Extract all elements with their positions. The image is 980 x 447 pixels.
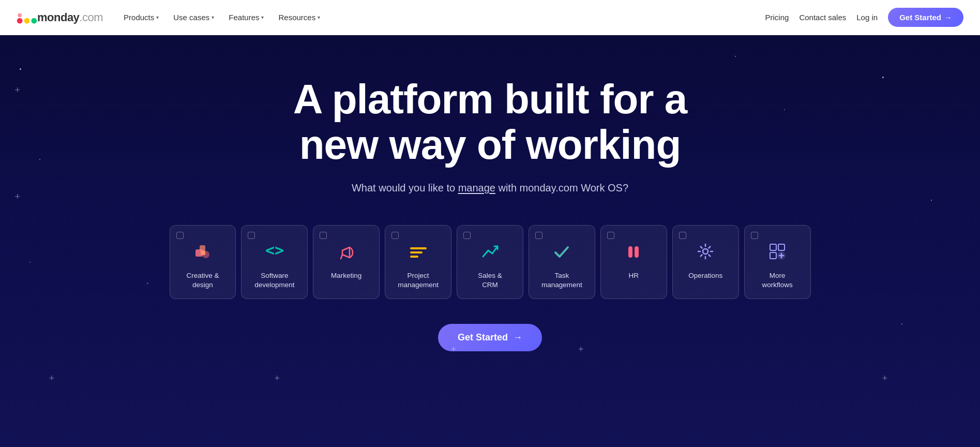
nav-resources[interactable]: Resources ▾ bbox=[272, 9, 326, 26]
hero-section: + + + + + + + A platform built for a new… bbox=[0, 35, 980, 447]
svg-rect-18 bbox=[770, 252, 776, 259]
hr-icon bbox=[621, 239, 646, 264]
nav-login[interactable]: Log in bbox=[856, 13, 878, 22]
nav-contact-sales[interactable]: Contact sales bbox=[799, 13, 846, 22]
nav-links: Products ▾ Use cases ▾ Features ▾ Resour… bbox=[117, 9, 326, 26]
more-workflows-icon bbox=[765, 239, 790, 264]
card-checkbox bbox=[607, 232, 614, 239]
hero-subtitle: What would you like to manage with monda… bbox=[352, 182, 628, 194]
plus-decoration: + bbox=[49, 373, 55, 384]
svg-point-2 bbox=[31, 18, 37, 23]
workflow-card-more-workflows[interactable]: Moreworkflows bbox=[744, 225, 811, 299]
navbar-right: Pricing Contact sales Log in Get Started… bbox=[765, 8, 963, 27]
software-dev-icon: <> bbox=[262, 239, 287, 264]
card-label-hr: HR bbox=[629, 271, 639, 280]
card-label-creative-design: Creative &design bbox=[186, 271, 219, 289]
card-checkbox bbox=[751, 232, 758, 239]
nav-use-cases[interactable]: Use cases ▾ bbox=[167, 9, 220, 26]
marketing-icon bbox=[334, 239, 359, 264]
svg-rect-7 bbox=[201, 250, 205, 255]
nav-pricing[interactable]: Pricing bbox=[765, 13, 789, 22]
workflow-card-operations[interactable]: Operations bbox=[672, 225, 739, 299]
card-label-task-mgmt: Taskmanagement bbox=[541, 271, 582, 289]
plus-decoration: + bbox=[14, 85, 20, 96]
workflow-card-project-mgmt[interactable]: Projectmanagement bbox=[385, 225, 451, 299]
chevron-down-icon: ▾ bbox=[261, 14, 264, 20]
svg-point-3 bbox=[18, 13, 22, 17]
logo[interactable]: monday.com bbox=[17, 10, 103, 25]
plus-decoration: + bbox=[275, 373, 280, 384]
chevron-down-icon: ▾ bbox=[156, 14, 159, 20]
card-checkbox bbox=[248, 232, 255, 239]
plus-decoration: + bbox=[578, 344, 584, 355]
plus-decoration: + bbox=[14, 191, 20, 202]
workflow-cards-container: Creative &design <> Softwaredevelopment bbox=[159, 225, 821, 299]
card-label-sales-crm: Sales &CRM bbox=[478, 271, 502, 289]
project-mgmt-icon bbox=[406, 239, 431, 264]
hero-cta: Get Started → bbox=[438, 324, 542, 351]
card-checkbox bbox=[535, 232, 542, 239]
arrow-icon: → bbox=[944, 13, 952, 22]
plus-decoration: + bbox=[882, 373, 888, 384]
card-label-software-dev: Softwaredevelopment bbox=[254, 271, 294, 289]
navbar-left: monday.com Products ▾ Use cases ▾ Featur… bbox=[17, 9, 326, 26]
card-label-marketing: Marketing bbox=[331, 271, 361, 280]
svg-rect-16 bbox=[770, 244, 776, 250]
svg-point-15 bbox=[703, 249, 708, 254]
arrow-icon: → bbox=[513, 332, 522, 343]
chevron-down-icon: ▾ bbox=[212, 14, 214, 20]
workflow-card-marketing[interactable]: Marketing bbox=[313, 225, 380, 299]
svg-point-1 bbox=[24, 18, 30, 23]
svg-rect-13 bbox=[628, 246, 632, 258]
task-mgmt-icon bbox=[549, 239, 574, 264]
creative-design-icon bbox=[190, 239, 215, 264]
svg-rect-17 bbox=[778, 244, 785, 250]
workflow-card-software-dev[interactable]: <> Softwaredevelopment bbox=[241, 225, 308, 299]
svg-point-0 bbox=[17, 18, 23, 23]
card-label-operations: Operations bbox=[688, 271, 722, 280]
card-label-project-mgmt: Projectmanagement bbox=[398, 271, 439, 289]
workflow-card-creative-design[interactable]: Creative &design bbox=[170, 225, 236, 299]
nav-products[interactable]: Products ▾ bbox=[117, 9, 165, 26]
card-checkbox bbox=[176, 232, 184, 239]
card-checkbox bbox=[391, 232, 399, 239]
card-label-more-workflows: Moreworkflows bbox=[762, 271, 792, 289]
hero-subtitle-underline: manage bbox=[458, 182, 495, 193]
workflow-card-hr[interactable]: HR bbox=[600, 225, 667, 299]
svg-line-9 bbox=[341, 255, 342, 259]
logo-icon bbox=[17, 10, 37, 25]
operations-icon bbox=[693, 239, 718, 264]
svg-rect-5 bbox=[200, 245, 205, 251]
sales-crm-icon bbox=[478, 239, 503, 264]
nav-features[interactable]: Features ▾ bbox=[222, 9, 270, 26]
svg-rect-14 bbox=[635, 246, 639, 258]
chevron-down-icon: ▾ bbox=[318, 14, 320, 20]
nav-get-started-button[interactable]: Get Started → bbox=[888, 8, 963, 27]
hero-title: A platform built for a new way of workin… bbox=[258, 77, 723, 168]
card-checkbox bbox=[463, 232, 471, 239]
svg-text:<>: <> bbox=[265, 241, 284, 259]
hero-get-started-button[interactable]: Get Started → bbox=[438, 324, 542, 351]
workflow-card-sales-crm[interactable]: Sales &CRM bbox=[457, 225, 523, 299]
card-checkbox bbox=[320, 232, 327, 239]
navbar: monday.com Products ▾ Use cases ▾ Featur… bbox=[0, 0, 980, 35]
card-checkbox bbox=[679, 232, 686, 239]
workflow-card-task-mgmt[interactable]: Taskmanagement bbox=[529, 225, 595, 299]
logo-text: monday.com bbox=[37, 11, 103, 24]
